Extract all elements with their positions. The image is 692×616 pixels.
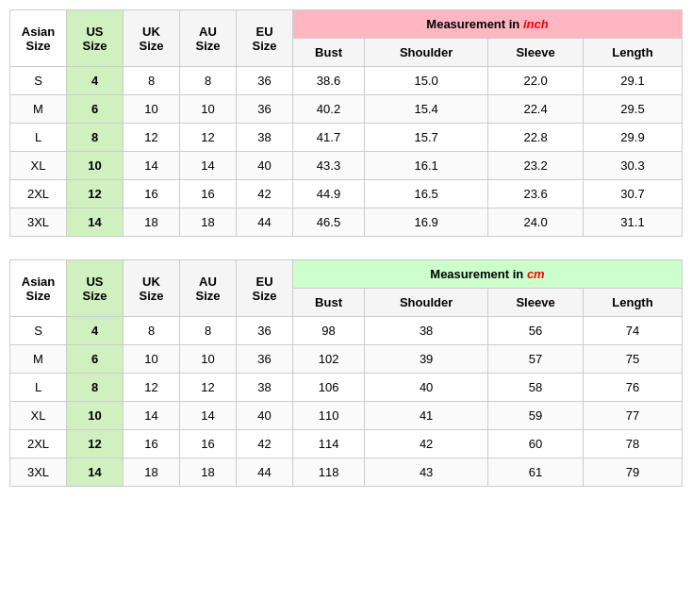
us-size-cell: 10 — [67, 402, 124, 430]
uk-size-cell: 12 — [124, 124, 180, 152]
table-row: 3XL 14 18 18 44 118 43 61 79 — [10, 458, 683, 487]
shoulder-cell: 15.0 — [365, 67, 488, 95]
uk-size-cell: 8 — [124, 317, 180, 345]
bust-cell: 44.9 — [293, 180, 365, 208]
bust-cell: 43.3 — [293, 152, 365, 180]
bust-cell: 118 — [293, 458, 365, 487]
uk-size-cell: 10 — [124, 95, 180, 124]
sleeve-cell: 24.0 — [488, 208, 584, 237]
sleeve-cell: 56 — [488, 317, 584, 345]
length-cell: 29.9 — [583, 124, 682, 152]
table-row: M 6 10 10 36 102 39 57 75 — [10, 345, 683, 374]
sleeve-cell: 61 — [488, 458, 584, 487]
asian-size-cell: M — [10, 95, 67, 124]
au-size-cell: 14 — [180, 152, 237, 180]
eu-size-cell: 36 — [237, 317, 293, 345]
us-size-cell: 6 — [67, 345, 124, 374]
asian-size-cell: L — [10, 124, 67, 152]
length-cell: 29.1 — [583, 67, 682, 95]
au-size-header-cm: AUSize — [180, 260, 237, 317]
bust-cell: 102 — [293, 345, 365, 374]
sleeve-cell: 57 — [488, 345, 584, 374]
bust-cell: 110 — [293, 402, 365, 430]
bust-cell: 106 — [293, 374, 365, 402]
sleeve-cell: 60 — [488, 430, 584, 458]
bust-header-inch: Bust — [293, 39, 365, 67]
bust-cell: 41.7 — [293, 124, 365, 152]
uk-size-cell: 18 — [124, 208, 180, 237]
table-row: XL 10 14 14 40 43.3 16.1 23.2 30.3 — [10, 152, 683, 180]
sleeve-cell: 22.4 — [488, 95, 584, 124]
us-size-cell: 6 — [67, 95, 124, 124]
eu-size-header-inch: EUSize — [237, 10, 293, 67]
us-size-cell: 12 — [67, 430, 124, 458]
au-size-cell: 10 — [180, 345, 237, 374]
length-cell: 30.3 — [583, 152, 682, 180]
unit-cm: cm — [527, 267, 545, 281]
sleeve-cell: 58 — [488, 374, 584, 402]
length-header-inch: Length — [583, 39, 682, 67]
bust-cell: 40.2 — [293, 95, 365, 124]
au-size-cell: 12 — [180, 374, 237, 402]
length-cell: 74 — [583, 317, 682, 345]
table-row: 2XL 12 16 16 42 44.9 16.5 23.6 30.7 — [10, 180, 683, 208]
asian-size-cell: S — [10, 67, 67, 95]
uk-size-cell: 16 — [124, 430, 180, 458]
measurement-header-cm: Measurement in cm — [293, 260, 683, 289]
length-cell: 30.7 — [583, 180, 682, 208]
table-row: S 4 8 8 36 98 38 56 74 — [10, 317, 683, 345]
us-size-header-cm: USSize — [67, 260, 124, 317]
asian-size-cell: 2XL — [10, 430, 67, 458]
inch-table-container: AsianSize USSize UKSize AUSize EUSize Me… — [9, 9, 683, 237]
table-row: 3XL 14 18 18 44 46.5 16.9 24.0 31.1 — [10, 208, 683, 237]
asian-size-cell: L — [10, 374, 67, 402]
au-size-cell: 12 — [180, 124, 237, 152]
us-size-cell: 8 — [67, 374, 124, 402]
uk-size-cell: 16 — [124, 180, 180, 208]
us-size-cell: 14 — [67, 458, 124, 487]
bust-cell: 98 — [293, 317, 365, 345]
eu-size-cell: 38 — [237, 374, 293, 402]
asian-size-cell: 3XL — [10, 208, 67, 237]
length-cell: 76 — [583, 374, 682, 402]
uk-size-cell: 14 — [124, 402, 180, 430]
us-size-cell: 10 — [67, 152, 124, 180]
us-size-cell: 8 — [67, 124, 124, 152]
unit-inch: inch — [523, 17, 549, 31]
eu-size-cell: 42 — [237, 430, 293, 458]
table-row: L 8 12 12 38 106 40 58 76 — [10, 374, 683, 402]
au-size-cell: 16 — [180, 180, 237, 208]
uk-size-cell: 12 — [124, 374, 180, 402]
au-size-cell: 14 — [180, 402, 237, 430]
eu-size-cell: 38 — [237, 124, 293, 152]
shoulder-cell: 15.7 — [365, 124, 488, 152]
us-size-header-inch: USSize — [67, 10, 124, 67]
eu-size-cell: 36 — [237, 95, 293, 124]
shoulder-cell: 42 — [365, 430, 488, 458]
shoulder-cell: 41 — [365, 402, 488, 430]
cm-size-table: AsianSize USSize UKSize AUSize EUSize Me… — [9, 259, 683, 487]
length-cell: 77 — [583, 402, 682, 430]
au-size-cell: 16 — [180, 430, 237, 458]
asian-size-cell: M — [10, 345, 67, 374]
asian-size-header-cm: AsianSize — [10, 260, 67, 317]
length-cell: 78 — [583, 430, 682, 458]
length-cell: 31.1 — [583, 208, 682, 237]
au-size-cell: 8 — [180, 67, 237, 95]
eu-size-cell: 40 — [237, 402, 293, 430]
sleeve-cell: 22.8 — [488, 124, 584, 152]
asian-size-header-inch: AsianSize — [10, 10, 67, 67]
shoulder-cell: 39 — [365, 345, 488, 374]
bust-header-cm: Bust — [293, 289, 365, 317]
table-row: L 8 12 12 38 41.7 15.7 22.8 29.9 — [10, 124, 683, 152]
eu-size-header-cm: EUSize — [237, 260, 293, 317]
au-size-cell: 10 — [180, 95, 237, 124]
uk-size-header-cm: UKSize — [124, 260, 180, 317]
us-size-cell: 4 — [67, 317, 124, 345]
uk-size-cell: 8 — [124, 67, 180, 95]
uk-size-header-inch: UKSize — [124, 10, 180, 67]
bust-cell: 38.6 — [293, 67, 365, 95]
shoulder-cell: 43 — [365, 458, 488, 487]
asian-size-cell: 2XL — [10, 180, 67, 208]
uk-size-cell: 14 — [124, 152, 180, 180]
